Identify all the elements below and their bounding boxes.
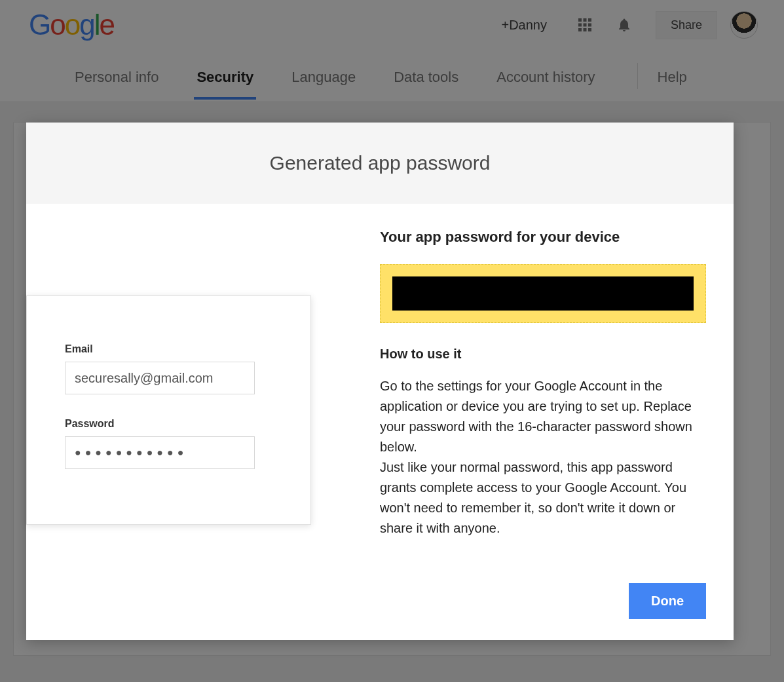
password-label: Password bbox=[65, 418, 272, 430]
how-to-use-text: Go to the settings for your Google Accou… bbox=[380, 376, 707, 539]
modal-title: Generated app password bbox=[26, 123, 734, 204]
signin-demo-card: Email Password bbox=[26, 295, 311, 525]
how-to-use-heading: How to use it bbox=[380, 347, 707, 362]
email-field[interactable] bbox=[65, 362, 255, 394]
app-password-modal: Generated app password Email Password Yo… bbox=[26, 123, 734, 640]
done-button[interactable]: Done bbox=[629, 583, 706, 619]
app-password-heading: Your app password for your device bbox=[380, 229, 707, 246]
generated-password-redacted bbox=[392, 276, 694, 311]
email-label: Email bbox=[65, 343, 272, 355]
password-field[interactable] bbox=[65, 436, 255, 469]
generated-password-box bbox=[380, 264, 706, 323]
